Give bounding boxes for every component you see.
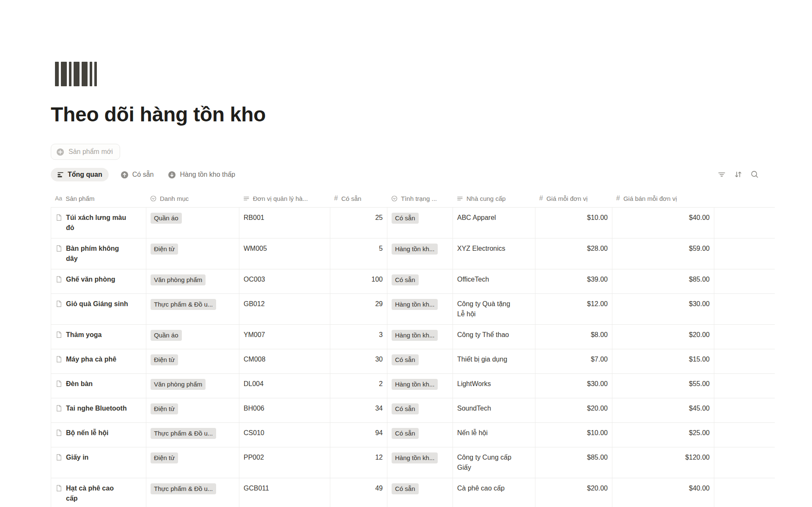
supplier-cell[interactable]: Công ty Cung cấp Giấy xyxy=(453,447,535,478)
category-cell[interactable]: Thực phẩm & Đồ u... xyxy=(146,294,239,324)
sku-cell[interactable]: BH006 xyxy=(239,398,330,422)
product-cell[interactable]: Bàn phím không dây xyxy=(51,238,146,269)
unit-price-cell[interactable]: $7.00 xyxy=(535,349,612,373)
sort-button[interactable] xyxy=(733,169,743,179)
empty-cell[interactable] xyxy=(714,208,775,238)
product-cell[interactable]: Túi xách lưng màu đỏ xyxy=(51,208,146,238)
unit-price-cell[interactable]: $39.00 xyxy=(535,269,612,293)
sale-price-cell[interactable]: $25.00 xyxy=(612,423,714,447)
column-header-status[interactable]: Tình trạng ... xyxy=(387,195,453,202)
unit-price-cell[interactable]: $8.00 xyxy=(535,325,612,349)
category-cell[interactable]: Văn phòng phẩm xyxy=(146,269,239,293)
supplier-cell[interactable]: ABC Apparel xyxy=(453,208,535,238)
available-cell[interactable]: 2 xyxy=(330,374,387,398)
sku-cell[interactable]: WM005 xyxy=(239,238,330,269)
empty-cell[interactable] xyxy=(714,478,775,507)
status-cell[interactable]: Có sẵn xyxy=(387,349,453,373)
empty-cell[interactable] xyxy=(714,238,775,269)
available-cell[interactable]: 29 xyxy=(330,294,387,324)
product-cell[interactable]: Tai nghe Bluetooth xyxy=(51,398,146,422)
empty-cell[interactable] xyxy=(714,398,775,422)
status-cell[interactable]: Có sẵn xyxy=(387,423,453,447)
filter-button[interactable] xyxy=(716,169,727,179)
product-cell[interactable]: Hạt cà phê cao cấp xyxy=(51,478,146,507)
available-cell[interactable]: 100 xyxy=(330,269,387,293)
unit-price-cell[interactable]: $10.00 xyxy=(535,208,612,238)
status-cell[interactable]: Có sẵn xyxy=(387,208,453,238)
category-cell[interactable]: Thực phẩm & Đồ u... xyxy=(146,478,239,507)
column-header-product[interactable]: Aa Sản phẩm xyxy=(51,195,146,202)
sale-price-cell[interactable]: $30.00 xyxy=(612,294,714,324)
sku-cell[interactable]: DL004 xyxy=(239,374,330,398)
sale-price-cell[interactable]: $20.00 xyxy=(612,325,714,349)
category-cell[interactable]: Điện tử xyxy=(146,238,239,269)
sale-price-cell[interactable]: $45.00 xyxy=(612,398,714,422)
product-cell[interactable]: Giỏ quà Giáng sinh xyxy=(51,294,146,324)
sku-cell[interactable]: OC003 xyxy=(239,269,330,293)
category-cell[interactable]: Văn phòng phẩm xyxy=(146,374,239,398)
available-cell[interactable]: 34 xyxy=(330,398,387,422)
unit-price-cell[interactable]: $20.00 xyxy=(535,398,612,422)
product-cell[interactable]: Đèn bàn xyxy=(51,374,146,398)
supplier-cell[interactable]: Công ty Thể thao xyxy=(453,325,535,349)
sale-price-cell[interactable]: $120.00 xyxy=(612,447,714,478)
page-title[interactable]: Theo dõi hàng tồn kho xyxy=(51,102,775,127)
supplier-cell[interactable]: SoundTech xyxy=(453,398,535,422)
available-cell[interactable]: 12 xyxy=(330,447,387,478)
tab-overview[interactable]: Tổng quan xyxy=(51,168,109,181)
sale-price-cell[interactable]: $15.00 xyxy=(612,349,714,373)
category-cell[interactable]: Quần áo xyxy=(146,325,239,349)
category-cell[interactable]: Quần áo xyxy=(146,208,239,238)
sku-cell[interactable]: GB012 xyxy=(239,294,330,324)
column-header-unit_price[interactable]: # Giá mỗi đơn vị xyxy=(535,195,612,202)
category-cell[interactable]: Điện tử xyxy=(146,349,239,373)
status-cell[interactable]: Có sẵn xyxy=(387,269,453,293)
status-cell[interactable]: Hàng tồn kh... xyxy=(387,374,453,398)
category-cell[interactable]: Điện tử xyxy=(146,447,239,478)
product-cell[interactable]: Giấy in xyxy=(51,447,146,478)
search-button[interactable] xyxy=(749,169,760,179)
sale-price-cell[interactable]: $59.00 xyxy=(612,238,714,269)
barcode-icon[interactable] xyxy=(55,62,775,86)
available-cell[interactable]: 94 xyxy=(330,423,387,447)
sale-price-cell[interactable]: $40.00 xyxy=(612,208,714,238)
supplier-cell[interactable]: OfficeTech xyxy=(453,269,535,293)
empty-cell[interactable] xyxy=(714,294,775,324)
available-cell[interactable]: 3 xyxy=(330,325,387,349)
sku-cell[interactable]: CS010 xyxy=(239,423,330,447)
column-header-sku[interactable]: Đơn vị quản lý hà... xyxy=(239,195,330,202)
category-cell[interactable]: Thực phẩm & Đồ u... xyxy=(146,423,239,447)
new-product-button[interactable]: Sản phẩm mới xyxy=(51,144,120,160)
unit-price-cell[interactable]: $28.00 xyxy=(535,238,612,269)
available-cell[interactable]: 30 xyxy=(330,349,387,373)
category-cell[interactable]: Điện tử xyxy=(146,398,239,422)
supplier-cell[interactable]: XYZ Electronics xyxy=(453,238,535,269)
column-header-available[interactable]: # Có sẵn xyxy=(330,195,387,202)
unit-price-cell[interactable]: $30.00 xyxy=(535,374,612,398)
column-header-category[interactable]: Danh mục xyxy=(146,195,239,202)
unit-price-cell[interactable]: $10.00 xyxy=(535,423,612,447)
supplier-cell[interactable]: Thiết bị gia dụng xyxy=(453,349,535,373)
sale-price-cell[interactable]: $55.00 xyxy=(612,374,714,398)
sku-cell[interactable]: RB001 xyxy=(239,208,330,238)
column-header-sale_price[interactable]: # Giá bán mỗi đơn vị xyxy=(612,195,714,202)
status-cell[interactable]: Hàng tồn kh... xyxy=(387,238,453,269)
empty-cell[interactable] xyxy=(714,447,775,478)
sku-cell[interactable]: GCB011 xyxy=(239,478,330,507)
status-cell[interactable]: Có sẵn xyxy=(387,398,453,422)
sku-cell[interactable]: CM008 xyxy=(239,349,330,373)
unit-price-cell[interactable]: $85.00 xyxy=(535,447,612,478)
product-cell[interactable]: Ghế văn phòng xyxy=(51,269,146,293)
sale-price-cell[interactable]: $40.00 xyxy=(612,478,714,507)
status-cell[interactable]: Hàng tồn kh... xyxy=(387,325,453,349)
product-cell[interactable]: Máy pha cà phê xyxy=(51,349,146,373)
sale-price-cell[interactable]: $85.00 xyxy=(612,269,714,293)
supplier-cell[interactable]: Công ty Quà tặng Lễ hội xyxy=(453,294,535,324)
empty-cell[interactable] xyxy=(714,349,775,373)
sku-cell[interactable]: YM007 xyxy=(239,325,330,349)
product-cell[interactable]: Thảm yoga xyxy=(51,325,146,349)
unit-price-cell[interactable]: $12.00 xyxy=(535,294,612,324)
empty-cell[interactable] xyxy=(714,325,775,349)
status-cell[interactable]: Có sẵn xyxy=(387,478,453,507)
status-cell[interactable]: Hàng tồn kh... xyxy=(387,447,453,478)
